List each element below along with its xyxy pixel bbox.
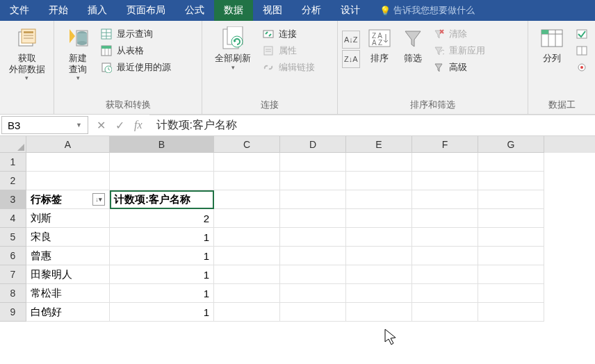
fx-icon[interactable]: fx bbox=[134, 119, 142, 131]
pivot-filter-button[interactable]: ↓▾ bbox=[92, 193, 105, 206]
tell-me[interactable]: 💡告诉我您想要做什么 bbox=[370, 0, 484, 21]
cell[interactable]: 1 bbox=[110, 228, 214, 247]
sort-button[interactable]: Z AA Z 排序 bbox=[363, 24, 396, 64]
accept-formula-icon[interactable]: ✓ bbox=[115, 119, 124, 132]
cell[interactable] bbox=[346, 265, 412, 284]
cell[interactable] bbox=[346, 284, 412, 303]
col-header-f[interactable]: F bbox=[412, 136, 478, 153]
cell[interactable]: 1 bbox=[110, 265, 214, 284]
get-external-data-button[interactable]: 获取 外部数据 ▾ bbox=[4, 24, 49, 81]
cell[interactable] bbox=[478, 153, 544, 172]
cell[interactable]: 2 bbox=[110, 209, 214, 228]
cell[interactable] bbox=[214, 247, 280, 265]
cell[interactable] bbox=[280, 172, 346, 190]
cell[interactable]: 1 bbox=[110, 284, 214, 303]
tab-home[interactable]: 开始 bbox=[39, 0, 78, 21]
col-header-g[interactable]: G bbox=[478, 136, 544, 153]
cell[interactable] bbox=[412, 228, 478, 247]
new-query-button[interactable]: 新建 查询 ▾ bbox=[58, 24, 97, 81]
cancel-formula-icon[interactable]: ✕ bbox=[97, 119, 106, 132]
tab-design[interactable]: 设计 bbox=[331, 0, 370, 21]
col-header-c[interactable]: C bbox=[214, 136, 280, 153]
reapply-button[interactable]: 重新应用 bbox=[430, 43, 488, 58]
cell[interactable] bbox=[346, 247, 412, 265]
row-header[interactable]: 4 bbox=[0, 209, 26, 228]
filter-button[interactable]: 筛选 bbox=[396, 24, 430, 64]
cell[interactable] bbox=[478, 190, 544, 209]
name-box[interactable]: B3 ▼ bbox=[1, 116, 88, 134]
cell[interactable] bbox=[346, 228, 412, 247]
sort-desc-button[interactable]: Z↓A bbox=[342, 50, 360, 68]
row-header[interactable]: 9 bbox=[0, 303, 26, 322]
cell[interactable]: 曾惠 bbox=[26, 247, 110, 265]
cell[interactable]: 田黎明人 bbox=[26, 265, 110, 284]
cell[interactable] bbox=[280, 228, 346, 247]
cell[interactable] bbox=[214, 228, 280, 247]
clear-filter-button[interactable]: 清除 bbox=[430, 26, 488, 42]
cell[interactable] bbox=[214, 209, 280, 228]
row-header[interactable]: 8 bbox=[0, 284, 26, 303]
cell[interactable] bbox=[280, 190, 346, 209]
tab-file[interactable]: 文件 bbox=[0, 0, 39, 21]
cell[interactable] bbox=[214, 265, 280, 284]
cell[interactable]: 1 bbox=[110, 303, 214, 322]
tab-view[interactable]: 视图 bbox=[253, 0, 292, 21]
cell[interactable] bbox=[412, 172, 478, 190]
col-header-e[interactable]: E bbox=[346, 136, 412, 153]
cell[interactable] bbox=[478, 172, 544, 190]
cell[interactable] bbox=[280, 209, 346, 228]
cell[interactable] bbox=[214, 153, 280, 172]
col-header-b[interactable]: B bbox=[110, 136, 214, 153]
cell[interactable] bbox=[346, 172, 412, 190]
formula-input[interactable]: 计数项:客户名称 bbox=[149, 115, 595, 135]
pivot-row-label-header[interactable]: 行标签↓▾ bbox=[26, 190, 110, 209]
cell[interactable] bbox=[346, 153, 412, 172]
cell[interactable] bbox=[346, 190, 412, 209]
row-header[interactable]: 6 bbox=[0, 247, 26, 265]
cell[interactable] bbox=[412, 284, 478, 303]
text-to-columns-button[interactable]: 分列 bbox=[532, 24, 571, 64]
cell[interactable] bbox=[280, 247, 346, 265]
select-all-corner[interactable] bbox=[0, 136, 26, 153]
cell[interactable] bbox=[478, 284, 544, 303]
cell[interactable] bbox=[110, 172, 214, 190]
cell[interactable]: 白鸧好 bbox=[26, 303, 110, 322]
cell[interactable] bbox=[214, 190, 280, 209]
cell[interactable] bbox=[478, 228, 544, 247]
pivot-count-header[interactable]: 计数项:客户名称 bbox=[110, 190, 214, 209]
tab-formula[interactable]: 公式 bbox=[175, 0, 214, 21]
from-table-button[interactable]: 从表格 bbox=[97, 43, 174, 58]
cell[interactable] bbox=[280, 303, 346, 322]
row-header[interactable]: 3 bbox=[0, 190, 26, 209]
advanced-filter-button[interactable]: 高级 bbox=[430, 60, 488, 75]
cell[interactable] bbox=[26, 153, 110, 172]
tab-analysis[interactable]: 分析 bbox=[292, 0, 331, 21]
cell[interactable] bbox=[412, 303, 478, 322]
cell[interactable] bbox=[214, 284, 280, 303]
tab-layout[interactable]: 页面布局 bbox=[117, 0, 175, 21]
cell[interactable] bbox=[412, 209, 478, 228]
cell[interactable] bbox=[280, 265, 346, 284]
cell[interactable] bbox=[412, 153, 478, 172]
properties-button[interactable]: 属性 bbox=[259, 43, 318, 58]
data-tool-1[interactable] bbox=[573, 26, 591, 42]
col-header-a[interactable]: A bbox=[26, 136, 110, 153]
cell[interactable] bbox=[214, 303, 280, 322]
data-tool-3[interactable] bbox=[573, 60, 591, 75]
cell[interactable] bbox=[478, 265, 544, 284]
cell[interactable]: 刘斯 bbox=[26, 209, 110, 228]
cell[interactable] bbox=[478, 303, 544, 322]
cell[interactable] bbox=[412, 190, 478, 209]
data-tool-2[interactable] bbox=[573, 43, 591, 58]
refresh-all-button[interactable]: 全部刷新 ▾ bbox=[206, 24, 259, 71]
row-header[interactable]: 7 bbox=[0, 265, 26, 284]
cell[interactable] bbox=[214, 172, 280, 190]
show-queries-button[interactable]: 显示查询 bbox=[97, 26, 174, 42]
cell[interactable]: 宋良 bbox=[26, 228, 110, 247]
cell[interactable] bbox=[110, 153, 214, 172]
cell[interactable] bbox=[26, 172, 110, 190]
row-header[interactable]: 2 bbox=[0, 172, 26, 190]
cell[interactable] bbox=[346, 209, 412, 228]
row-header[interactable]: 5 bbox=[0, 228, 26, 247]
cell[interactable] bbox=[346, 303, 412, 322]
